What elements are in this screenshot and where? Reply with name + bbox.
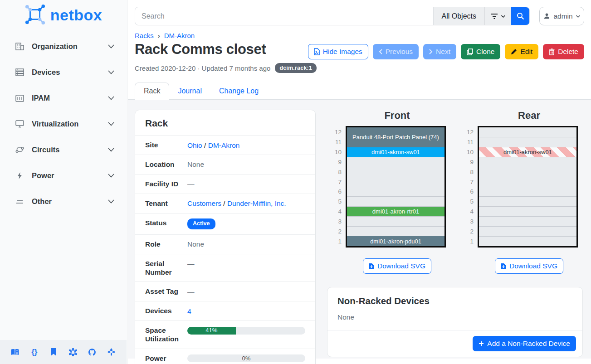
row-power-utilization: Power Utilization 0% bbox=[135, 349, 315, 364]
rack-device[interactable]: Panduit 48-Port Patch Panel (74) bbox=[347, 127, 444, 147]
space-utilization-fill: 41% bbox=[187, 327, 236, 335]
empty-rack-slot[interactable] bbox=[479, 196, 576, 206]
building-icon bbox=[15, 43, 24, 50]
non-racked-footer: Add a Non-Racked Device bbox=[327, 330, 582, 357]
empty-rack-slot[interactable] bbox=[479, 226, 576, 236]
add-non-racked-device-button[interactable]: Add a Non-Racked Device bbox=[473, 336, 576, 351]
clone-button[interactable]: Clone bbox=[461, 44, 501, 59]
object-meta: Created 2020-12-20 · Updated 7 months ag… bbox=[128, 59, 591, 73]
rack-card-title: Rack bbox=[145, 118, 315, 129]
front-unit-numbers: 121110987654321 bbox=[333, 126, 346, 248]
next-button[interactable]: Next bbox=[423, 44, 456, 59]
unit-number: 7 bbox=[465, 177, 478, 187]
devices-count-link[interactable]: 4 bbox=[187, 307, 191, 315]
chevron-down-icon bbox=[108, 122, 114, 126]
rack-details-card: Rack Site Ohio / DM-Akron Location None … bbox=[135, 110, 316, 364]
tab-bar: Rack Journal Change Log bbox=[128, 83, 591, 100]
empty-rack-slot[interactable] bbox=[479, 167, 576, 177]
sidebar-item-power[interactable]: Power bbox=[0, 163, 127, 189]
empty-rack-slot[interactable] bbox=[479, 187, 576, 197]
chevron-down-icon bbox=[108, 199, 114, 204]
breadcrumb-racks-link[interactable]: Racks bbox=[135, 32, 154, 39]
bookmark-icon[interactable] bbox=[49, 347, 59, 357]
rack-device[interactable]: dmi01-akron-sw01 bbox=[347, 147, 444, 157]
created-updated-text: Created 2020-12-20 · Updated 7 months ag… bbox=[135, 64, 270, 72]
unit-number: 2 bbox=[465, 226, 478, 236]
search-input[interactable] bbox=[135, 7, 433, 25]
github-icon[interactable] bbox=[87, 347, 97, 357]
tab-journal[interactable]: Journal bbox=[169, 83, 210, 99]
rack-device[interactable]: dmi01-akron-rtr01 bbox=[347, 207, 444, 217]
code-braces-icon[interactable]: {} bbox=[29, 347, 39, 357]
empty-rack-slot[interactable] bbox=[479, 177, 576, 187]
slack-icon[interactable] bbox=[107, 347, 117, 357]
delete-button[interactable]: Delete bbox=[543, 44, 584, 59]
tab-change-log[interactable]: Change Log bbox=[210, 83, 267, 99]
unit-number: 9 bbox=[465, 157, 478, 167]
sidebar-nav: OrganizationDevicesIPAMVirtualizationCir… bbox=[0, 34, 127, 214]
empty-rack-slot[interactable] bbox=[479, 236, 576, 246]
site-region-link[interactable]: Ohio bbox=[187, 141, 202, 149]
unit-number: 11 bbox=[465, 137, 478, 147]
site-link[interactable]: DM-Akron bbox=[208, 141, 240, 149]
sidebar-item-other[interactable]: Other bbox=[0, 189, 127, 214]
image-file-icon bbox=[314, 48, 320, 55]
empty-rack-slot[interactable] bbox=[347, 226, 444, 236]
unit-number: 4 bbox=[465, 207, 478, 217]
tab-rack[interactable]: Rack bbox=[135, 83, 169, 100]
elevations-column: Front 121110987654321 Panduit 48-Port Pa… bbox=[327, 110, 583, 359]
user-menu-button[interactable]: admin bbox=[539, 7, 584, 25]
sidebar-item-ipam[interactable]: IPAM bbox=[0, 85, 127, 111]
sidebar-item-virtualization[interactable]: Virtualization bbox=[0, 111, 127, 137]
netbox-logo[interactable]: netbox bbox=[0, 0, 127, 28]
download-file-icon bbox=[501, 263, 506, 270]
caret-down-icon bbox=[576, 15, 580, 18]
content-area: Rack Site Ohio / DM-Akron Location None … bbox=[128, 100, 591, 359]
sidebar-item-organization[interactable]: Organization bbox=[0, 34, 127, 59]
empty-rack-slot[interactable] bbox=[347, 187, 444, 197]
breadcrumb-site-link[interactable]: DM-Akron bbox=[164, 32, 195, 39]
graphql-icon[interactable] bbox=[68, 347, 78, 357]
empty-rack-slot[interactable] bbox=[347, 177, 444, 187]
empty-rack-slot[interactable] bbox=[347, 196, 444, 206]
empty-rack-slot[interactable] bbox=[479, 216, 576, 226]
sidebar-item-devices[interactable]: Devices bbox=[0, 59, 127, 85]
sidebar: netbox OrganizationDevicesIPAMVirtualiza… bbox=[0, 0, 127, 364]
tenant-link[interactable]: Dunder-Mifflin, Inc. bbox=[227, 199, 286, 207]
rear-download-svg-button[interactable]: Download SVG bbox=[495, 258, 563, 274]
download-file-icon bbox=[369, 263, 374, 270]
sidebar-item-circuits[interactable]: Circuits bbox=[0, 137, 127, 163]
space-utilization-bar: 41% bbox=[187, 327, 305, 335]
search-icon bbox=[517, 12, 524, 20]
chevron-right-icon: › bbox=[158, 32, 160, 39]
front-download-svg-button[interactable]: Download SVG bbox=[363, 258, 431, 274]
empty-rack-slot[interactable] bbox=[479, 137, 576, 147]
empty-rack-slot[interactable] bbox=[347, 216, 444, 226]
server-stack-icon bbox=[15, 68, 24, 76]
empty-rack-slot[interactable] bbox=[479, 206, 576, 216]
serial-number-value: — bbox=[187, 259, 305, 268]
row-status: Status Active bbox=[135, 213, 315, 234]
previous-button[interactable]: Previous bbox=[373, 44, 419, 59]
docs-book-icon[interactable] bbox=[10, 347, 20, 357]
global-search: All Objects bbox=[135, 7, 530, 25]
role-value: None bbox=[187, 240, 305, 249]
rack-device[interactable]: dmi01-akron-pdu01 bbox=[347, 236, 444, 246]
hide-images-button[interactable]: Hide Images bbox=[308, 44, 368, 59]
chevron-down-icon bbox=[108, 148, 114, 152]
lightning-icon bbox=[15, 172, 24, 180]
rack-device[interactable]: dmi01-akron-sw01 bbox=[479, 147, 576, 157]
empty-rack-slot[interactable] bbox=[347, 167, 444, 177]
unit-number: 5 bbox=[465, 197, 478, 207]
tenant-group-link[interactable]: Customers bbox=[187, 199, 221, 207]
search-filter-button[interactable] bbox=[484, 7, 511, 25]
edit-button[interactable]: Edit bbox=[505, 44, 538, 59]
empty-rack-slot[interactable] bbox=[479, 127, 576, 137]
search-scope-button[interactable]: All Objects bbox=[433, 7, 484, 25]
search-submit-button[interactable] bbox=[511, 7, 529, 25]
empty-rack-slot[interactable] bbox=[347, 157, 444, 167]
unit-number: 8 bbox=[465, 167, 478, 177]
unit-number: 8 bbox=[333, 167, 346, 177]
unit-number: 12 bbox=[333, 127, 346, 137]
empty-rack-slot[interactable] bbox=[479, 157, 576, 167]
